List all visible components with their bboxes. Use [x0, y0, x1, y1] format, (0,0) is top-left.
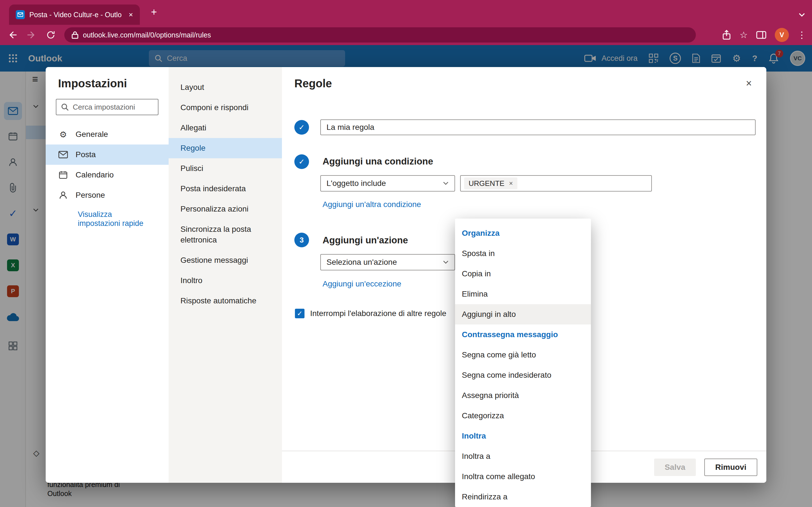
- section-layout[interactable]: Layout: [168, 77, 282, 98]
- menu-item-assegna-priorita[interactable]: Assegna priorità: [455, 385, 591, 406]
- section-sincronizza[interactable]: Sincronizza la posta elettronica: [168, 219, 282, 250]
- category-label: Generale: [75, 130, 108, 139]
- add-exception-link[interactable]: Aggiungi un'eccezione: [322, 279, 401, 288]
- remove-chip-icon[interactable]: ×: [509, 179, 513, 187]
- settings-search-input[interactable]: [73, 103, 146, 112]
- rules-title: Regole: [294, 77, 332, 90]
- section-personalizza-azioni[interactable]: Personalizza azioni: [168, 199, 282, 219]
- menu-group-contrassegna: Contrassegna messaggio: [455, 325, 591, 345]
- category-label: Calendario: [75, 170, 114, 179]
- remove-button[interactable]: Rimuovi: [704, 459, 757, 476]
- section-posta-indesiderata[interactable]: Posta indesiderata: [168, 179, 282, 199]
- reload-button[interactable]: [43, 27, 59, 43]
- section-pulisci[interactable]: Pulisci: [168, 158, 282, 179]
- menu-item-inoltra-a[interactable]: Inoltra a: [455, 446, 591, 466]
- action-dropdown-menu: Organizza Sposta in Copia in Elimina Agg…: [455, 219, 591, 507]
- gear-icon: ⚙: [58, 129, 68, 139]
- section-inoltro[interactable]: Inoltro: [168, 270, 282, 291]
- category-generale[interactable]: ⚙ Generale: [46, 124, 168, 145]
- save-button[interactable]: Salva: [654, 459, 696, 476]
- condition-select-value: L'oggetto include: [326, 179, 386, 188]
- section-componi[interactable]: Componi e rispondi: [168, 98, 282, 118]
- section-gestione-messaggi[interactable]: Gestione messaggi: [168, 250, 282, 270]
- stop-processing-label: Interrompi l'elaborazione di altre regol…: [310, 309, 446, 318]
- person-icon: [58, 191, 68, 200]
- menu-item-inoltra-allegato[interactable]: Inoltra come allegato: [455, 466, 591, 487]
- settings-search-box[interactable]: [56, 99, 158, 115]
- calendar-icon: [58, 171, 68, 179]
- step1-complete-icon: ✓: [294, 120, 309, 135]
- mail-icon: [58, 151, 68, 158]
- back-button[interactable]: [4, 27, 20, 43]
- menu-item-categorizza[interactable]: Categorizza: [455, 406, 591, 426]
- browser-profile-avatar[interactable]: V: [775, 28, 789, 42]
- chevron-down-icon: [443, 181, 449, 185]
- add-condition-link[interactable]: Aggiungi un'altra condizione: [322, 200, 421, 209]
- stop-processing-checkbox[interactable]: ✓: [295, 309, 305, 318]
- menu-item-segna-gia-letto[interactable]: Segna come già letto: [455, 345, 591, 365]
- share-icon[interactable]: [722, 30, 731, 40]
- outlook-favicon-icon: [16, 10, 25, 19]
- search-icon: [61, 103, 69, 111]
- condition-value-box[interactable]: URGENTE ×: [460, 175, 652, 191]
- section-regole[interactable]: Regole: [168, 138, 282, 158]
- tab-title: Posta - Video Cultur-e - Outloo: [29, 11, 122, 19]
- browser-menu-icon[interactable]: ⋮: [797, 31, 806, 40]
- address-bar[interactable]: outlook.live.com/mail/0/options/mail/rul…: [64, 27, 696, 43]
- screen: Posta - Video Cultur-e - Outloo × + outl…: [0, 0, 812, 507]
- browser-tab-bar: Posta - Video Cultur-e - Outloo × +: [0, 0, 812, 25]
- step3-number: 3: [294, 233, 309, 247]
- quick-settings-link[interactable]: Visualizza impostazioni rapide: [78, 210, 146, 228]
- menu-item-copia-in[interactable]: Copia in: [455, 264, 591, 284]
- category-label: Posta: [75, 150, 96, 159]
- category-persone[interactable]: Persone: [46, 185, 168, 205]
- outlook-app: Outlook Accedi ora S: [0, 45, 812, 507]
- category-posta[interactable]: Posta: [46, 145, 168, 165]
- check-glyph: ✓: [297, 309, 303, 318]
- menu-item-aggiungi-in-alto[interactable]: Aggiungi in alto: [455, 304, 591, 325]
- browser-tab[interactable]: Posta - Video Cultur-e - Outloo ×: [9, 4, 140, 25]
- menu-item-elimina[interactable]: Elimina: [455, 284, 591, 304]
- action-select-value: Seleziona un'azione: [326, 258, 397, 267]
- bookmark-star-icon[interactable]: ☆: [740, 31, 748, 40]
- category-label: Persone: [75, 191, 105, 200]
- action-select[interactable]: Seleziona un'azione: [320, 254, 455, 270]
- url-text: outlook.live.com/mail/0/options/mail/rul…: [83, 31, 211, 39]
- settings-dialog: Impostazioni ⚙ Generale: [46, 67, 766, 483]
- menu-item-sposta-in[interactable]: Sposta in: [455, 243, 591, 264]
- settings-sections: Layout Componi e rispondi Allegati Regol…: [168, 67, 282, 483]
- settings-categories: ⚙ Generale Posta Calendario: [46, 124, 168, 205]
- browser-address-bar: outlook.live.com/mail/0/options/mail/rul…: [0, 25, 812, 45]
- rule-name-input[interactable]: [320, 119, 756, 135]
- menu-item-segna-indesiderato[interactable]: Segna come indesiderato: [455, 365, 591, 385]
- category-calendario[interactable]: Calendario: [46, 165, 168, 185]
- check-glyph: ✓: [299, 123, 305, 132]
- section-risposte-automatiche[interactable]: Risposte automatiche: [168, 291, 282, 311]
- section-allegati[interactable]: Allegati: [168, 118, 282, 138]
- chip-label: URGENTE: [469, 179, 504, 188]
- tabbar-chevron-icon[interactable]: [799, 9, 805, 19]
- tab-close-icon[interactable]: ×: [126, 10, 135, 19]
- settings-title: Impostazioni: [58, 77, 168, 90]
- condition-select[interactable]: L'oggetto include: [320, 175, 455, 191]
- side-panel-icon[interactable]: [756, 31, 766, 39]
- condition-chip: URGENTE ×: [464, 177, 517, 189]
- check-glyph: ✓: [299, 158, 305, 166]
- stop-processing-row: ✓ Interrompi l'elaborazione di altre reg…: [295, 309, 446, 318]
- condition-heading: Aggiungi una condizione: [322, 156, 433, 167]
- new-tab-button[interactable]: +: [148, 6, 160, 18]
- padlock-icon: [71, 31, 79, 39]
- settings-nav: Impostazioni ⚙ Generale: [46, 67, 168, 483]
- menu-group-inoltra: Inoltra: [455, 426, 591, 446]
- menu-item-reindirizza-a[interactable]: Reindirizza a: [455, 487, 591, 507]
- browser-actions: ☆ V ⋮: [722, 28, 806, 42]
- forward-button[interactable]: [24, 27, 40, 43]
- chevron-down-icon: [443, 260, 449, 264]
- menu-group-organizza: Organizza: [455, 223, 591, 243]
- close-icon[interactable]: ×: [741, 75, 757, 92]
- action-heading: Aggiungi un'azione: [322, 235, 408, 245]
- step2-complete-icon: ✓: [294, 154, 309, 169]
